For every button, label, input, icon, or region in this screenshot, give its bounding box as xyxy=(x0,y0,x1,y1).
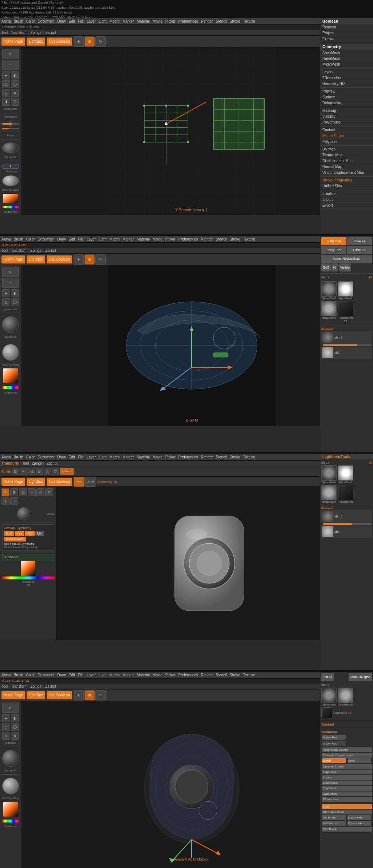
sub4-tool[interactable]: Tool xyxy=(1,684,8,688)
brush-icon-3[interactable]: ◻ xyxy=(2,80,10,88)
home-page-btn[interactable]: Home Page xyxy=(1,38,25,46)
matcap-sphere-1[interactable] xyxy=(2,175,19,186)
alpha-brush-thumb[interactable] xyxy=(338,281,353,297)
menu3-picker[interactable]: Picker xyxy=(165,455,176,459)
use-pos-sym-label[interactable]: Use Posable Symmetry xyxy=(4,542,52,546)
menu-render[interactable]: Render xyxy=(201,19,213,23)
vdispmap-item[interactable]: Vector Displacement Map xyxy=(320,170,373,176)
menu4-color[interactable]: Color xyxy=(26,673,35,677)
export-item[interactable]: Export xyxy=(320,203,373,208)
rotate-tool-icon-2[interactable]: ↻ xyxy=(95,254,106,265)
simple-brush-thumb[interactable] xyxy=(321,301,337,316)
lightbox-btn-3[interactable]: LightBox xyxy=(27,478,45,486)
simple-brush-4[interactable] xyxy=(338,688,353,703)
menu-texture[interactable]: Texture xyxy=(243,19,255,23)
save-btn-4[interactable]: Save xyxy=(348,758,372,763)
micromesh-item[interactable]: MicroMesh xyxy=(320,62,373,67)
tool3-4[interactable]: ~ xyxy=(28,488,36,496)
sub-zplugin[interactable]: Zplugin xyxy=(31,31,43,35)
menu-marker[interactable]: Marker xyxy=(122,19,134,23)
brush4-icon-5[interactable]: △ xyxy=(2,732,10,740)
display-props-item[interactable]: Display Properties xyxy=(320,177,373,183)
sphere-brush-3[interactable] xyxy=(321,465,337,481)
sphere-brush-thumb[interactable] xyxy=(321,281,337,297)
menu2-movie[interactable]: Movie xyxy=(153,237,162,241)
menu4-marker[interactable]: Marker xyxy=(122,673,134,677)
vp-canvas-3[interactable]: 00:09:55 xyxy=(56,487,362,640)
menu4-picker[interactable]: Picker xyxy=(165,673,176,677)
live-boolean-btn-3[interactable]: Live Boolean xyxy=(47,478,72,486)
lower-res-btn[interactable]: Lower Res. xyxy=(322,741,346,746)
normalmap-item[interactable]: Normal Map xyxy=(320,164,373,170)
grid-divide-btn[interactable]: Grid Divide xyxy=(322,827,372,832)
arraymesh-item[interactable]: ArrayMesh xyxy=(320,50,373,56)
sub4-zplugin[interactable]: Zplugin xyxy=(31,684,43,688)
menu2-picker[interactable]: Picker xyxy=(165,237,176,241)
activate-symmetry-btn[interactable]: Activate Symmetry xyxy=(4,526,52,530)
geometryhd-item[interactable]: Geometry HD xyxy=(320,81,373,87)
menu-macro[interactable]: Macro xyxy=(110,19,120,23)
weld-pts-btn[interactable]: WeldPoints 1 xyxy=(322,821,346,826)
menu4-stencil[interactable]: Stencil xyxy=(216,673,227,677)
menu4-alpha[interactable]: Alpha xyxy=(1,673,11,677)
live-boolean-btn[interactable]: Live Boolean xyxy=(47,38,72,46)
alpha-sphere-4[interactable] xyxy=(2,750,19,767)
menu-preferences[interactable]: Preferences xyxy=(178,19,198,23)
menu4-document[interactable]: Document xyxy=(38,673,55,677)
polypaint-item[interactable]: Polypaint xyxy=(320,139,373,145)
menu-picker[interactable]: Picker xyxy=(165,19,176,23)
del-hidden-btn[interactable]: Del Hidden xyxy=(322,815,346,820)
contact-item[interactable]: Contact xyxy=(320,127,373,133)
live-boolean-btn-4[interactable]: Live Boolean xyxy=(47,691,72,699)
menu4-material[interactable]: Material xyxy=(137,673,150,677)
make-poly-btn[interactable]: Make PolyMesh3D xyxy=(321,255,372,263)
eraser-brush-3[interactable] xyxy=(338,485,353,500)
morph-target-item[interactable]: Morph Target xyxy=(320,133,373,139)
alpha-sphere-3[interactable] xyxy=(17,507,30,520)
unified-skin-item[interactable]: Unified Skin xyxy=(320,183,373,189)
fit-me-label[interactable]: Fit Me xyxy=(1,470,11,473)
brush-icon-7[interactable]: ⧫ xyxy=(2,98,10,106)
menu3-render[interactable]: Render xyxy=(201,455,213,459)
zremesher-item[interactable]: ZRemesher xyxy=(320,75,373,81)
tool3-7[interactable]: ⟨ xyxy=(1,497,9,505)
draw-tool[interactable]: ▷ xyxy=(2,49,19,59)
sub2-zplugin[interactable]: Zplugin xyxy=(31,249,43,253)
tool3-3[interactable]: ◻ xyxy=(19,488,27,496)
save-tool-btn[interactable]: Save As xyxy=(347,237,372,245)
home-page-btn-4[interactable]: Home Page xyxy=(1,691,25,699)
menu-stencil[interactable]: Stencil xyxy=(216,19,227,23)
move-tool-icon-4[interactable]: ✛ xyxy=(74,690,84,700)
sub3-zscript[interactable]: Zscript xyxy=(47,461,58,465)
menu3-material[interactable]: Material xyxy=(137,455,150,459)
brush-icon-5[interactable]: △ xyxy=(2,89,10,97)
hue-bar-3[interactable] xyxy=(2,576,55,579)
project-item[interactable]: Project xyxy=(320,30,373,36)
live-boolean-btn-2[interactable]: Live Boolean xyxy=(47,255,72,263)
menu3-movie[interactable]: Movie xyxy=(153,455,162,459)
brush-icon-1[interactable]: ● xyxy=(2,71,10,79)
visibility-item[interactable]: Visibility xyxy=(320,114,373,120)
menu3-document[interactable]: Document xyxy=(38,455,55,459)
menu2-file[interactable]: File xyxy=(78,237,84,241)
deformation-item[interactable]: Deformation xyxy=(320,100,373,106)
sub-zscript[interactable]: Zscript xyxy=(45,31,56,35)
menu2-color[interactable]: Color xyxy=(26,237,35,241)
rotate-tool-icon[interactable]: ↻ xyxy=(95,36,106,47)
shadowbox-btn[interactable]: ShadowBox xyxy=(322,781,372,785)
sub2-zscript[interactable]: Zscript xyxy=(45,249,56,253)
subtool-ship1[interactable]: ship1 xyxy=(321,331,372,344)
zadd-btn-3[interactable]: Zadd xyxy=(74,477,85,487)
nanomesh-item[interactable]: NanoMesh xyxy=(320,56,373,62)
menu2-edit[interactable]: Edit xyxy=(69,237,75,241)
vp-canvas-1[interactable]: — — — Y.Smoothness = 1 00:03:20 xyxy=(21,47,362,215)
menu-file[interactable]: File xyxy=(78,19,84,23)
brush-icon-6[interactable]: ⊗ xyxy=(11,89,19,97)
alpha-sphere-2[interactable] xyxy=(2,316,19,333)
lightbox-btn-4[interactable]: LightBox xyxy=(27,691,45,699)
goz-btn[interactable]: GoZ xyxy=(321,263,331,271)
menu4-render[interactable]: Render xyxy=(201,673,213,677)
hue-bar-4[interactable] xyxy=(2,820,19,822)
remesh-item[interactable]: Remesh xyxy=(320,24,373,30)
radial-count-btn[interactable]: RadialCount 8 xyxy=(4,537,26,541)
